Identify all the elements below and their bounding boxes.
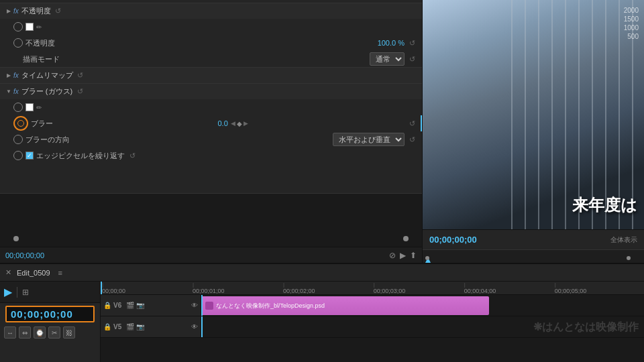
track-label-v6: 🔒 V6 🎬 📷 👁 (101, 295, 201, 316)
filter-icon[interactable]: ⊘ (389, 251, 396, 260)
track-film-icon-v5: 🎬 (126, 323, 134, 330)
preview-image: 2000 1500 1000 500 来年度は (423, 0, 644, 229)
lock-icon-v6[interactable]: 🔒 (103, 302, 111, 309)
timeremap-label: タイムリマップ (21, 70, 73, 80)
blur-pencil-icon: ✏ (36, 104, 42, 111)
blur-fx-badge: fx (13, 88, 19, 95)
video-clip-v6[interactable]: なんとなく映像制作_bl/TelopDesign.psd (201, 296, 489, 315)
graph-dot-start (13, 236, 19, 241)
opacity-section-header: ▶ fx 不透明度 ↺ (0, 3, 422, 19)
divider (17, 287, 17, 298)
export-icon[interactable]: ⬆ (410, 251, 417, 260)
blur-dir-reset[interactable]: ↺ (407, 135, 417, 144)
color-swatch (25, 23, 34, 31)
keyframe-graph (0, 193, 422, 247)
rate-stretch-tool[interactable]: ⌚ (34, 326, 46, 339)
blend-mode-label: 描画モード (23, 54, 370, 64)
blur-value-row: ブラー 0.0 ◀ ◆ ▶ ↺ (0, 115, 422, 131)
opacity-value[interactable]: 100.0 % (378, 39, 405, 47)
track-eye-v6[interactable]: 👁 (191, 302, 198, 309)
effect-panel-footer: 00;00;00;00 ⊘ ▶ ⬆ (0, 247, 422, 263)
edge-checkbox-row: エッジピクセルを繰り返す (25, 151, 125, 161)
time-mark-0: 00;00;00 (101, 282, 191, 294)
timeline-right-panel: 00;00;00 00;00;01;00 00;00;02;00 00;00;0… (101, 282, 644, 362)
blur-stopwatch-highlight[interactable] (13, 116, 28, 131)
footer-icons: ⊘ ▶ ⬆ (389, 251, 417, 260)
blur-collapse[interactable]: ▼ (5, 88, 12, 95)
edge-stopwatch[interactable] (13, 151, 23, 160)
time-label-3: 00;00;03;00 (374, 288, 406, 294)
blur-direction-row: ブラーの方向 水平および垂直 水平 垂直 ↺ (0, 131, 422, 147)
blur-stopwatch-icon[interactable] (13, 103, 23, 112)
timeremap-section-header: ▶ fx タイムリマップ ↺ (0, 67, 422, 83)
preview-num-500: 500 (627, 33, 639, 40)
arrow-tool[interactable]: ▶ (4, 286, 12, 298)
opacity-fx-badge: fx (13, 7, 19, 15)
razor-tool[interactable]: ✂ (48, 326, 60, 339)
time-ruler-marks: 00;00;00 00;00;01;00 00;00;02;00 00;00;0… (101, 282, 644, 294)
blur-reset[interactable]: ↺ (407, 119, 417, 128)
graph-keyframe-dots (0, 236, 422, 241)
timeremap-collapse[interactable]: ▶ (5, 72, 12, 79)
preview-num-1000: 1000 (624, 24, 639, 32)
time-label-1: 00;00;01;00 (193, 288, 225, 294)
blur-dir-stopwatch[interactable] (13, 135, 23, 144)
time-mark-5: 00;00;05;00 (553, 282, 644, 294)
blur-direction-select[interactable]: 水平および垂直 水平 垂直 (333, 133, 405, 146)
effect-controls-panel: ▶ fx 不透明度 ↺ ✏ 不透明度 100.0 % ↺ 描画モード (0, 0, 423, 263)
opacity-param-reset[interactable]: ↺ (407, 38, 417, 48)
timeline-close[interactable]: ✕ (5, 268, 11, 277)
preview-num-1500: 1500 (624, 15, 639, 23)
ripple-tool[interactable]: ↔ (4, 326, 16, 339)
preview-full-view-label[interactable]: 全体表示 (610, 235, 637, 245)
lock-icon-v5[interactable]: 🔒 (103, 323, 111, 330)
preview-timecode: 00;00;00;00 (429, 235, 477, 245)
play-icon[interactable]: ▶ (400, 251, 406, 260)
stopwatch-icon[interactable] (13, 22, 23, 32)
time-mark-3: 00;00;03;00 (372, 282, 463, 294)
keyframe-diamond: ◆ (237, 120, 242, 127)
opacity-stopwatch[interactable] (13, 38, 23, 48)
preview-number-bar: 2000 1500 1000 500 (624, 7, 639, 40)
playhead-ruler (101, 282, 102, 294)
pencil-icon: ✏ (36, 23, 42, 31)
opacity-param-label: 不透明度 (25, 38, 378, 48)
track-eye-v5[interactable]: 👁 (191, 323, 198, 330)
roll-tool[interactable]: ⇔ (19, 326, 31, 339)
blend-mode-reset[interactable]: ↺ (407, 54, 417, 64)
timeline-left-panel: ▶ ⊞ 00;00;00;00 ↔ ⇔ ⌚ ✂ ⛓ (0, 282, 101, 362)
track-select-tool[interactable]: ⊞ (22, 288, 29, 297)
timeline-timecode[interactable]: 00;00;00;00 (5, 306, 95, 322)
blur-icon-row: ✏ (0, 99, 422, 115)
playhead-v5 (201, 316, 203, 337)
blend-mode-row: 描画モード 通常 ↺ (0, 51, 422, 67)
preview-num-2000: 2000 (624, 7, 639, 14)
timeline-menu[interactable]: ≡ (58, 269, 62, 277)
blur-value[interactable]: 0.0 (218, 119, 228, 127)
track-camera-v6[interactable]: 📷 (136, 302, 144, 309)
timeremap-reset[interactable]: ↺ (76, 71, 85, 80)
edge-reset[interactable]: ↺ (127, 151, 137, 160)
opacity-collapse-arrow[interactable]: ▶ (5, 8, 12, 15)
ruler-dot-left (425, 256, 429, 260)
track-rows: 🔒 V6 🎬 📷 👁 なんとなく映像制作_bl/TelopDesign.psd (101, 295, 644, 362)
time-mark-1: 00;00;01;00 (191, 282, 282, 294)
next-keyframe[interactable]: ▶ (244, 120, 248, 127)
prev-keyframe[interactable]: ◀ (231, 120, 235, 127)
edge-checkbox[interactable] (25, 152, 34, 160)
blur-param-label: ブラー (31, 119, 218, 129)
tool-buttons: ↔ ⇔ ⌚ ✂ ⛓ (0, 325, 100, 340)
edge-label: エッジピクセルを繰り返す (36, 151, 125, 161)
blur-header-reset[interactable]: ↺ (75, 87, 85, 97)
track-clip-area-v6: なんとなく映像制作_bl/TelopDesign.psd (201, 295, 644, 316)
opacity-reset[interactable]: ↺ (54, 7, 63, 16)
blend-mode-select[interactable]: 通常 (370, 52, 405, 66)
track-label-v5: 🔒 V5 🎬 📷 👁 (101, 316, 201, 337)
link-tool[interactable]: ⛓ (63, 326, 75, 339)
track-name-v6: V6 (113, 302, 121, 309)
blur-nav-arrows: ◀ ◆ ▶ (231, 120, 248, 127)
track-clip-area-v5: ❋はんとなは映像制作 (201, 316, 644, 337)
time-label-0: 00;00;00 (102, 288, 125, 294)
time-mark-4: 00;00;04;00 (463, 282, 553, 294)
track-camera-v5[interactable]: 📷 (136, 323, 144, 330)
